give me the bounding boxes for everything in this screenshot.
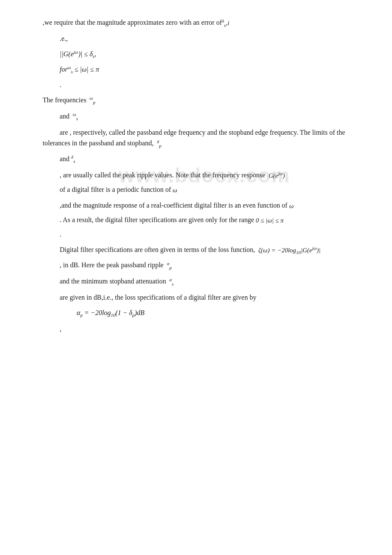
formula-for: forωs ≤ |ω| ≤ π bbox=[60, 64, 366, 76]
G-jw-sup: jω bbox=[278, 171, 283, 176]
alpha-s-sub: s bbox=[172, 281, 173, 286]
and-text: and bbox=[60, 113, 69, 120]
delta-s-sub2: s bbox=[73, 159, 75, 164]
even-text: ,and the magnitude response of a real-co… bbox=[60, 202, 288, 209]
line-frequencies: The frequencies ωp bbox=[43, 95, 366, 107]
formula-g: ||G(ejω)| ≤ δs, bbox=[60, 49, 366, 61]
line-min-atten: and the minimum stopband attenuation αs bbox=[43, 276, 366, 288]
page-wrapper: www.bdocx.com ,we require that the magni… bbox=[43, 17, 366, 334]
the-frequencies-text: The frequencies bbox=[43, 96, 86, 104]
formula-g-text: ||G(ejω)| ≤ δs, bbox=[60, 50, 96, 58]
para-even: ,and the magnitude response of a real-co… bbox=[43, 200, 366, 211]
result-text: . As a result, the digital filter specif… bbox=[60, 216, 254, 223]
para-loss: Digital filter specifications are often … bbox=[43, 244, 366, 256]
line1-text: ,we require that the magnitude approxima… bbox=[43, 19, 222, 26]
ripple-text: , are usually called the peak ripple val… bbox=[60, 171, 265, 179]
log10-sub: 10 bbox=[111, 312, 115, 318]
line-periodic: of a digital filter is a periodic functi… bbox=[43, 184, 366, 195]
dot2-line: . bbox=[60, 229, 366, 240]
line-in-dB: , in dB. Here the peak passband ripple α… bbox=[43, 260, 366, 272]
ie-text: .e., bbox=[60, 35, 68, 42]
comma-i: ,i bbox=[226, 20, 229, 26]
indB-text: , in dB. Here the peak passband ripple bbox=[60, 261, 164, 269]
delta-s-inline2: δs bbox=[71, 156, 75, 162]
omega-p-inline: ωp bbox=[88, 97, 95, 104]
omega-s-sub: s bbox=[76, 116, 78, 121]
jw-loss: jω bbox=[312, 246, 317, 251]
line-error: ,we require that the magnitude approxima… bbox=[43, 17, 366, 29]
range-math: 0 ≤ |ω| ≤ π bbox=[256, 217, 283, 224]
min-atten-text: and the minimum stopband attenuation bbox=[60, 278, 166, 285]
delta-p-sub: p bbox=[159, 143, 161, 148]
line-and-omega-s: and ωs bbox=[43, 111, 366, 123]
dot2: . bbox=[60, 231, 61, 238]
omega-even: ω bbox=[289, 202, 294, 209]
para-respectively: are , respectively, called the passband … bbox=[43, 127, 366, 150]
para-ripple: , are usually called the peak ripple val… bbox=[43, 170, 366, 181]
omega-s-sup: ω bbox=[73, 112, 76, 117]
para-are-given: are given in dB,i.e., the loss specifica… bbox=[43, 292, 366, 303]
line-and-delta-s: and δs bbox=[43, 153, 366, 165]
omega-s-inline: ωs bbox=[71, 113, 78, 120]
page-content: ,we require that the magnitude approxima… bbox=[43, 17, 366, 334]
line-comma-end: , bbox=[43, 324, 366, 335]
range-rest: ≤ |ω| ≤ π bbox=[73, 66, 99, 73]
para-are-text: are , respectively, called the passband … bbox=[43, 129, 345, 147]
alpha-formula: αp = −20log10(1 − δp)dB bbox=[77, 309, 144, 316]
dot1-line: . bbox=[60, 79, 366, 90]
comma-end-text: , bbox=[60, 325, 61, 332]
formula-alpha-p: αp = −20log10(1 − δp)dB bbox=[77, 307, 366, 319]
dot1: . bbox=[60, 81, 61, 88]
alpha-s-inline: αs bbox=[168, 278, 174, 285]
delta-p-inline: δp bbox=[155, 140, 161, 147]
and2-text: and bbox=[60, 155, 69, 162]
omega-periodic: ω bbox=[173, 187, 177, 194]
loss-func-inline: ζ(ω) = −20log10|G(ejω)| bbox=[257, 247, 321, 254]
omega-p-sub: p bbox=[93, 100, 95, 105]
periodic-text: of a digital filter is a periodic functi… bbox=[60, 186, 171, 193]
log-sub: 10 bbox=[296, 250, 301, 255]
for-text: for bbox=[60, 66, 68, 73]
jw-sup1: jω bbox=[74, 49, 78, 55]
are-given-text: are given in dB,i.e., the loss specifica… bbox=[60, 294, 257, 301]
delta-s-inline: δs bbox=[222, 20, 226, 26]
alpha-p-inline: αp bbox=[165, 262, 172, 269]
line-ie: .e., bbox=[43, 33, 366, 44]
alpha-p-sub: p bbox=[169, 265, 172, 270]
G-ejw-inline: G(ejω) bbox=[267, 172, 285, 179]
loss-text: Digital filter specifications are often … bbox=[60, 246, 255, 253]
omega-s-range: ωs bbox=[68, 66, 73, 73]
omega-p-sup: ω bbox=[89, 95, 93, 101]
para-result: . As a result, the digital filter specif… bbox=[43, 214, 366, 225]
